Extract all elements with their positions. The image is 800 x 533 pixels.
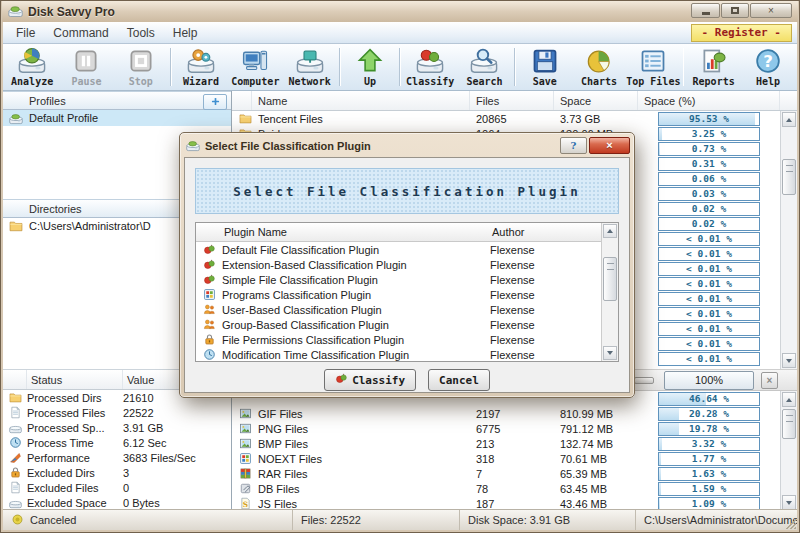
toolbar-button-computer[interactable]: Computer	[228, 45, 282, 89]
plugin-row[interactable]: Group-Based Classification PluginFlexens…	[196, 317, 602, 332]
menu-item-help[interactable]: Help	[164, 23, 207, 43]
name-column-header[interactable]: Name	[252, 91, 470, 110]
computer-icon	[241, 47, 269, 75]
scrollbar-thumb[interactable]	[782, 159, 796, 195]
status-value: 22522	[123, 407, 231, 419]
toolbar-button-classify[interactable]: Classify	[403, 45, 457, 89]
files-table-row[interactable]: Tencent Files208653.73 GB95.53 %	[232, 111, 780, 126]
plugin-row[interactable]: Programs Classification PluginFlexense	[196, 287, 602, 302]
plugin-row[interactable]: Extension-Based Classification PluginFle…	[196, 257, 602, 272]
scroll-up-icon[interactable]	[782, 112, 796, 127]
plugin-row[interactable]: Modification Time Classification PluginF…	[196, 347, 602, 362]
scroll-up-icon[interactable]	[782, 392, 796, 407]
space-percent-value: < 0.01 %	[659, 323, 759, 335]
space-percent-bar: 1.63 %	[658, 467, 760, 481]
toolbar-button-up[interactable]: Up	[343, 45, 397, 89]
status-row[interactable]: Excluded Dirs3	[3, 465, 231, 480]
toolbar-separator	[399, 48, 401, 86]
plugin-row[interactable]: Simple File Classification PluginFlexens…	[196, 272, 602, 287]
scroll-down-icon[interactable]	[603, 346, 617, 360]
cancel-button[interactable]: Cancel	[428, 369, 490, 391]
scrollbar-thumb[interactable]	[782, 409, 796, 439]
zoom-close-button[interactable]: ×	[761, 372, 778, 389]
plugin-row[interactable]: User-Based Classification PluginFlexense	[196, 302, 602, 317]
space-percent-value: 46.64 %	[659, 393, 759, 405]
toolbar-button-top-files[interactable]: Top Files	[626, 45, 680, 89]
space-percent-value: 1.63 %	[659, 468, 759, 480]
classification-table-scrollbar[interactable]	[780, 391, 797, 511]
classification-table-row[interactable]: NOEXT Files31870.61 MB1.77 %	[232, 451, 780, 466]
dialog-banner: Select File Classification Plugin	[195, 168, 619, 214]
toolbar-button-charts[interactable]: Charts	[572, 45, 626, 89]
files-table-scrollbar[interactable]	[780, 111, 797, 369]
space-percent-value: 20.28 %	[659, 408, 759, 420]
profile-item-label: Default Profile	[29, 112, 98, 124]
plugin-name-column-header[interactable]: Plugin Name	[222, 226, 490, 238]
space-percent-bar: 0.02 %	[658, 217, 760, 231]
classification-table-row[interactable]: GIF Files2197810.99 MB20.28 %	[232, 406, 780, 421]
scroll-up-icon[interactable]	[603, 224, 617, 238]
file-name: NOEXT Files	[252, 453, 470, 465]
plugin-row[interactable]: File Permissions Classification PluginFl…	[196, 332, 602, 347]
files-column-header[interactable]: Files	[470, 91, 554, 110]
space-percent-value: < 0.01 %	[659, 293, 759, 305]
scrollbar-thumb[interactable]	[603, 257, 617, 301]
author-column-header[interactable]: Author	[490, 226, 602, 238]
menu-item-command[interactable]: Command	[44, 23, 117, 43]
toolbar-button-stop[interactable]: Stop	[114, 45, 168, 89]
scroll-down-icon[interactable]	[782, 495, 796, 510]
toolbar-button-network[interactable]: Network	[282, 45, 336, 89]
toolbar-button-pause[interactable]: Pause	[59, 45, 113, 89]
menu-item-tools[interactable]: Tools	[118, 23, 164, 43]
maximize-button[interactable]	[721, 3, 749, 18]
clock-icon	[203, 348, 216, 361]
status-row[interactable]: Processed Sp...3.91 GB	[3, 420, 231, 435]
close-button[interactable]: ×	[750, 3, 792, 18]
zoom-level-button[interactable]: 100%	[664, 371, 754, 390]
status-row[interactable]: Excluded Space0 Bytes	[3, 495, 231, 510]
plugin-row[interactable]: Default File Classification PluginFlexen…	[196, 242, 602, 257]
file-count: 78	[470, 483, 554, 495]
classify-icon	[335, 372, 348, 388]
classification-table-row[interactable]: RAR Files765.39 MB1.63 %	[232, 466, 780, 481]
toolbar-button-reports[interactable]: Reports	[686, 45, 740, 89]
file-name: JS Files	[252, 498, 470, 510]
status-row[interactable]: Excluded Files0	[3, 480, 231, 495]
space-percent-value: 19.78 %	[659, 423, 759, 435]
minimize-button[interactable]	[691, 3, 720, 18]
classification-table-row[interactable]: DB Files7863.45 MB1.59 %	[232, 481, 780, 496]
resize-grip[interactable]	[786, 519, 796, 529]
status-row[interactable]: Processed Files22522	[3, 405, 231, 420]
space-percent-bar: 0.31 %	[658, 157, 760, 171]
toolbar-button-help[interactable]: ?Help	[741, 45, 795, 89]
space-percent-column-header[interactable]: Space (%)	[638, 91, 780, 110]
dialog-close-button[interactable]: ×	[589, 137, 630, 154]
toolbar-button-label: Stop	[129, 76, 153, 87]
classification-table-row[interactable]: PNG Files6775791.12 MB19.78 %	[232, 421, 780, 436]
space-percent-value: 1.09 %	[659, 498, 759, 510]
zoom-slider-handle[interactable]	[634, 377, 654, 384]
scroll-down-icon[interactable]	[782, 353, 796, 368]
classification-table-row[interactable]: BMP Files213132.74 MB3.32 %	[232, 436, 780, 451]
toolbar-button-save[interactable]: Save	[518, 45, 572, 89]
status-row[interactable]: Process Time6.12 Sec	[3, 435, 231, 450]
classify-button[interactable]: Classify	[324, 369, 416, 391]
toolbar-button-search[interactable]: Search	[457, 45, 511, 89]
add-profile-button[interactable]	[203, 94, 227, 110]
register-button[interactable]: - Register -	[691, 24, 792, 42]
menu-item-file[interactable]: File	[7, 23, 44, 43]
space-percent-bar: < 0.01 %	[658, 352, 760, 366]
toolbar-button-label: Help	[756, 76, 780, 87]
status-row[interactable]: Performance3683 Files/Sec	[3, 450, 231, 465]
space-column-header[interactable]: Space	[554, 91, 638, 110]
status-disk-space: Disk Space: 3.91 GB	[468, 514, 570, 526]
grid-icon	[203, 288, 216, 301]
toolbar-button-wizard[interactable]: Wizard	[174, 45, 228, 89]
dialog-help-button[interactable]: ?	[560, 137, 587, 154]
drive-icon	[9, 421, 22, 434]
plugin-list-scrollbar[interactable]	[601, 223, 618, 361]
plugin-name: Modification Time Classification Plugin	[222, 349, 490, 361]
menu-bar: FileCommandToolsHelp - Register -	[3, 22, 797, 44]
toolbar-button-analyze[interactable]: Analyze	[5, 45, 59, 89]
profile-item[interactable]: Default Profile	[3, 110, 231, 126]
